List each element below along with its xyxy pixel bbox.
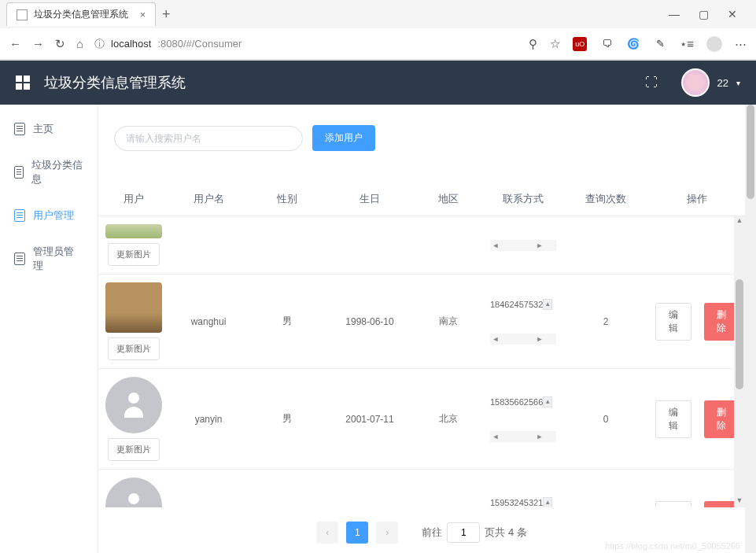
scroll-left-icon[interactable]: ◄ <box>490 433 501 441</box>
table-row: 更新图片 ◄ ► <box>98 216 745 275</box>
contact-scrollbar[interactable]: ◄ ► <box>490 431 556 442</box>
th-count: 查询次数 <box>562 182 649 216</box>
close-tab-icon[interactable]: × <box>140 9 146 20</box>
minimize-icon[interactable]: — <box>669 8 680 20</box>
contact-number: 18462457532 <box>490 300 543 309</box>
user-label: 22 <box>717 77 728 89</box>
scroll-right-icon[interactable]: ► <box>534 335 545 343</box>
search-input[interactable] <box>114 126 303 151</box>
app-title: 垃圾分类信息管理系统 <box>44 73 186 92</box>
user-menu[interactable]: 22 ▾ <box>681 68 740 97</box>
content: 添加用户 用户 用户名 性别 生日 地区 联系方式 查询次数 操作 <box>98 105 756 553</box>
refresh-icon[interactable]: ↻ <box>55 37 65 51</box>
scroll-left-icon[interactable]: ◄ <box>490 335 501 343</box>
scroll-thumb[interactable] <box>736 279 743 389</box>
cell-gender: 男 <box>248 409 326 429</box>
edit-button[interactable]: 编辑 <box>655 400 691 438</box>
th-user: 用户 <box>98 182 169 216</box>
sidebar-item-label: 垃圾分类信息 <box>31 158 83 186</box>
forward-icon[interactable]: → <box>32 37 44 50</box>
profile-icon[interactable] <box>706 36 722 52</box>
nav-right: ⚲ ☆ uO 🗨 🌀 ✎ ⋆≡ ⋯ <box>529 36 747 52</box>
sidebar-item-admin[interactable]: 管理员管理 <box>0 234 98 284</box>
user-cell: 更新图片 <box>105 477 162 507</box>
update-image-button[interactable]: 更新图片 <box>108 243 160 266</box>
edit-button[interactable]: 编辑 <box>655 501 691 508</box>
pagination: ‹ 1 › 前往 页共 4 条 <box>98 507 745 553</box>
url-bar[interactable]: ⓘ localhost:8080/#/Consumer <box>94 37 518 51</box>
extension3-icon[interactable]: ✎ <box>653 37 667 51</box>
scroll-right-icon[interactable]: ► <box>534 241 545 249</box>
app-logo-icon <box>16 76 30 90</box>
add-user-button[interactable]: 添加用户 <box>312 125 375 151</box>
sidebar: 主页 垃圾分类信息 用户管理 管理员管理 <box>0 105 98 553</box>
contact-scrollbar[interactable]: ◄ ► <box>490 240 556 251</box>
cell-region: 南京 <box>413 312 484 331</box>
url-host: localhost <box>111 38 151 50</box>
page-icon <box>17 9 28 20</box>
user-image <box>105 477 162 507</box>
contact-number: 15835662566 <box>490 397 543 407</box>
scroll-up-icon[interactable]: ▲ <box>543 299 552 310</box>
action-buttons: 编辑 删除 <box>655 400 739 438</box>
scroll-thumb[interactable] <box>747 105 754 199</box>
scroll-up-icon[interactable]: ▲ <box>543 497 552 508</box>
action-buttons: 编辑 删除 <box>655 501 739 508</box>
cell-username: yanyin <box>169 411 248 428</box>
new-tab-button[interactable]: + <box>162 6 171 23</box>
contact-number: 15953245321 <box>490 498 543 507</box>
sidebar-item-label: 主页 <box>33 122 53 136</box>
th-contact: 联系方式 <box>484 182 562 216</box>
info-icon[interactable]: ⓘ <box>94 37 105 51</box>
table-row: 更新图片 yuhang 男 2004-12-24 重庆 15953245321 … <box>98 470 745 507</box>
prev-page-button[interactable]: ‹ <box>316 522 338 544</box>
th-region: 地区 <box>413 182 484 216</box>
edit-button[interactable]: 编辑 <box>655 303 691 341</box>
table: 用户 用户名 性别 生日 地区 联系方式 查询次数 操作 更新图片 <box>98 182 745 507</box>
back-icon[interactable]: ← <box>9 37 21 50</box>
page-number-button[interactable]: 1 <box>346 522 368 544</box>
scroll-up-icon[interactable]: ▲ <box>734 216 745 227</box>
fullscreen-icon[interactable]: ⛶ <box>645 76 658 90</box>
sidebar-item-home[interactable]: 主页 <box>0 111 98 147</box>
extension-icon[interactable]: 🗨 <box>599 37 614 51</box>
ublock-icon[interactable]: uO <box>573 37 587 51</box>
maximize-icon[interactable]: ▢ <box>699 8 709 20</box>
home-icon[interactable]: ⌂ <box>76 37 83 50</box>
favorites-bar-icon[interactable]: ⋆≡ <box>680 37 694 51</box>
scroll-left-icon[interactable]: ◄ <box>490 241 501 249</box>
extension2-icon[interactable]: 🌀 <box>626 37 640 51</box>
table-scrollbar[interactable]: ▲ ▼ <box>734 216 745 507</box>
cell-count: 2 <box>562 313 649 330</box>
sidebar-item-label: 用户管理 <box>33 208 74 223</box>
sidebar-item-category[interactable]: 垃圾分类信息 <box>0 147 98 197</box>
user-image <box>105 282 162 333</box>
user-image <box>105 224 162 238</box>
th-action: 操作 <box>649 182 745 216</box>
content-scrollbar[interactable] <box>745 105 756 553</box>
scroll-up-icon[interactable]: ▲ <box>543 396 552 407</box>
th-birthday: 生日 <box>326 182 413 216</box>
next-page-button[interactable]: › <box>376 522 398 544</box>
more-icon[interactable]: ⋯ <box>735 37 747 51</box>
scroll-right-icon[interactable]: ► <box>534 433 545 441</box>
nav-bar: ← → ↻ ⌂ ⓘ localhost:8080/#/Consumer ⚲ ☆ … <box>0 28 756 60</box>
cell-birthday: 2001-07-11 <box>326 411 413 428</box>
document-icon <box>14 253 25 265</box>
browser-chrome: 垃圾分类信息管理系统 × + — ▢ ✕ ← → ↻ ⌂ ⓘ localhost… <box>0 0 756 61</box>
cell-contact: ◄ ► <box>484 237 562 254</box>
scroll-down-icon[interactable]: ▼ <box>734 496 745 507</box>
browser-tab[interactable]: 垃圾分类信息管理系统 × <box>6 2 156 26</box>
cell-gender <box>248 242 326 249</box>
update-image-button[interactable]: 更新图片 <box>108 337 160 360</box>
cell-gender: 男 <box>248 312 326 331</box>
cell-count: 0 <box>562 411 649 428</box>
update-image-button[interactable]: 更新图片 <box>108 438 160 461</box>
page-input[interactable] <box>447 522 480 543</box>
app-header: 垃圾分类信息管理系统 ⛶ 22 ▾ <box>0 61 756 105</box>
favorite-icon[interactable]: ☆ <box>550 37 560 51</box>
close-window-icon[interactable]: ✕ <box>728 8 737 20</box>
sidebar-item-users[interactable]: 用户管理 <box>0 197 98 234</box>
search-icon[interactable]: ⚲ <box>529 37 537 51</box>
contact-scrollbar[interactable]: ◄ ► <box>490 334 556 345</box>
